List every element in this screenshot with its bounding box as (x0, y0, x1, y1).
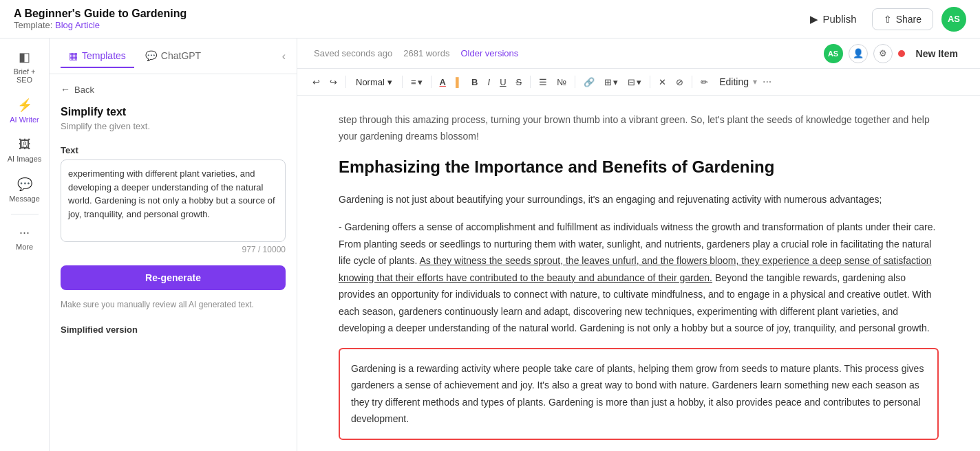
publish-icon: ▶ (810, 13, 818, 25)
clean-button[interactable]: ⊘ (672, 74, 688, 90)
sidebar-item-message[interactable]: 💬 Message (3, 171, 47, 208)
link-icon: 🔗 (584, 77, 595, 87)
style-label: Normal (356, 77, 385, 87)
new-item-button[interactable]: New Item (910, 45, 963, 62)
editing-mode-label: Editing ▾ (719, 76, 757, 87)
toolbar-more-button[interactable]: ··· (758, 73, 776, 91)
undo-icon: ↩ (312, 77, 320, 87)
sidebar-item-label: AI Images (8, 155, 42, 163)
text-input[interactable]: experimenting with different plant varie… (61, 160, 286, 242)
template-link[interactable]: Blog Article (55, 20, 100, 30)
table-icon: ⊟ (628, 77, 635, 87)
top-bar: A Beginner's Guide to Gardening Template… (0, 0, 980, 38)
link-button[interactable]: 🔗 (579, 74, 599, 90)
toolbar-sep-2 (402, 76, 403, 88)
chat-icon: 💬 (17, 177, 32, 192)
numbered-list-icon: № (557, 77, 566, 87)
editor-content[interactable]: step through this amazing process, turni… (297, 96, 980, 451)
redo-icon: ↪ (330, 77, 337, 87)
template-label: Template: Blog Article (14, 20, 187, 30)
saved-status: Saved seconds ago (314, 48, 392, 58)
underline-button[interactable]: U (496, 74, 510, 90)
simplified-content-box: Gardening is a rewarding activity where … (339, 348, 939, 440)
font-color-icon: A (440, 77, 446, 87)
clean-icon: ⊘ (676, 77, 683, 87)
sidebar-item-ai-images[interactable]: 🖼 AI Images (3, 132, 47, 168)
sidebar-item-label: Brief + SEO (7, 67, 43, 84)
bold-icon: B (471, 77, 478, 87)
sidebar-item-brief-seo[interactable]: ◧ Brief + SEO (3, 44, 47, 89)
redo-button[interactable]: ↪ (326, 74, 341, 90)
user-avatar[interactable]: AS (941, 7, 966, 32)
editor-meta-bar: Saved seconds ago 2681 words Older versi… (297, 38, 980, 69)
panel: ▦ Templates 💬 ChatGPT ‹ ← Back Simplify … (50, 38, 297, 451)
char-count: 977 / 10000 (50, 242, 297, 254)
toolbar-sep-6 (650, 76, 650, 88)
top-bar-right: ▶ Publish ⇧ Share AS (803, 7, 966, 32)
tab-chatgpt[interactable]: 💬 ChatGPT (137, 45, 209, 68)
panel-tabs: ▦ Templates 💬 ChatGPT ‹ (50, 38, 297, 74)
toolbar: ↩ ↪ Normal ▾ ≡ ▾ A (297, 69, 980, 96)
editor-area: Saved seconds ago 2681 words Older versi… (297, 38, 980, 451)
editing-chevron-icon: ▾ (753, 77, 757, 87)
share-button[interactable]: ⇧ Share (872, 8, 933, 30)
sidebar-item-label: Message (9, 195, 40, 203)
grid-icon: ◧ (19, 50, 30, 65)
back-button[interactable]: ← Back (50, 74, 297, 100)
older-versions-link[interactable]: Older versions (460, 48, 518, 58)
font-color-button[interactable]: A (436, 74, 450, 90)
image-chevron-icon: ▾ (613, 77, 618, 87)
toolbar-sep-7 (692, 76, 692, 88)
text-label: Text (50, 140, 297, 160)
image-icon: 🖼 (19, 138, 31, 152)
table-button[interactable]: ⊟ ▾ (624, 74, 646, 90)
style-selector[interactable]: Normal ▾ (350, 74, 398, 90)
align-button[interactable]: ≡ ▾ (407, 74, 427, 90)
image-button[interactable]: ⊞ ▾ (600, 74, 622, 90)
editor-meta-right: AS 👤 ⚙ New Item (824, 44, 963, 63)
style-chevron-icon: ▾ (387, 77, 392, 87)
regenerate-button[interactable]: Re-generate (61, 265, 286, 290)
tab-templates[interactable]: ▦ Templates (61, 45, 134, 68)
strikethrough-button[interactable]: S (512, 74, 526, 90)
new-item-indicator (898, 50, 905, 57)
clear-format-button[interactable]: ✕ (654, 74, 670, 90)
back-icon: ← (61, 84, 70, 95)
chatgpt-icon: 💬 (145, 50, 157, 61)
highlight-button[interactable]: ▌ (451, 74, 466, 90)
panel-collapse-button[interactable]: ‹ (282, 50, 286, 63)
highlight-icon: ▌ (456, 77, 462, 87)
paragraph-2: - Gardening offers a sense of accomplish… (339, 219, 939, 337)
edit-icon-btn[interactable]: ✏ (696, 74, 712, 90)
align-chevron-icon: ▾ (418, 77, 423, 87)
image-toolbar-icon: ⊞ (604, 77, 612, 87)
sidebar-item-more[interactable]: ··· More (3, 220, 47, 256)
collaborators-icon[interactable]: 👤 (849, 44, 868, 63)
toolbar-sep-4 (530, 76, 531, 88)
section-desc: Simplify the given text. (50, 121, 297, 140)
toolbar-sep-1 (345, 76, 346, 88)
icon-sidebar: ◧ Brief + SEO ⚡ AI Writer 🖼 AI Images 💬 … (0, 38, 50, 451)
toolbar-sep-5 (575, 76, 575, 88)
section-title: Simplify text (50, 100, 297, 121)
section-heading: Emphasizing the Importance and Benefits … (339, 156, 939, 177)
sidebar-item-label: AI Writer (10, 116, 39, 124)
bullet-list-button[interactable]: ☰ (535, 74, 551, 90)
bullet-list-icon: ☰ (539, 77, 547, 87)
bold-button[interactable]: B (467, 74, 482, 90)
undo-button[interactable]: ↩ (308, 74, 324, 90)
sidebar-separator (11, 214, 39, 214)
underline-icon: U (500, 77, 506, 87)
italic-button[interactable]: I (484, 74, 495, 90)
paragraph-1: Gardening is not just about beautifying … (339, 191, 939, 208)
sidebar-item-label: More (16, 243, 33, 251)
sidebar-item-ai-writer[interactable]: ⚡ AI Writer (3, 92, 47, 129)
editor-avatar[interactable]: AS (824, 44, 843, 63)
settings-icon[interactable]: ⚙ (873, 44, 893, 63)
numbered-list-button[interactable]: № (553, 74, 571, 90)
page-title: A Beginner's Guide to Gardening (14, 8, 187, 20)
templates-icon: ▦ (69, 50, 78, 61)
align-icon: ≡ (411, 77, 416, 87)
publish-button[interactable]: ▶ Publish (803, 9, 863, 30)
strikethrough-icon: S (516, 77, 522, 87)
